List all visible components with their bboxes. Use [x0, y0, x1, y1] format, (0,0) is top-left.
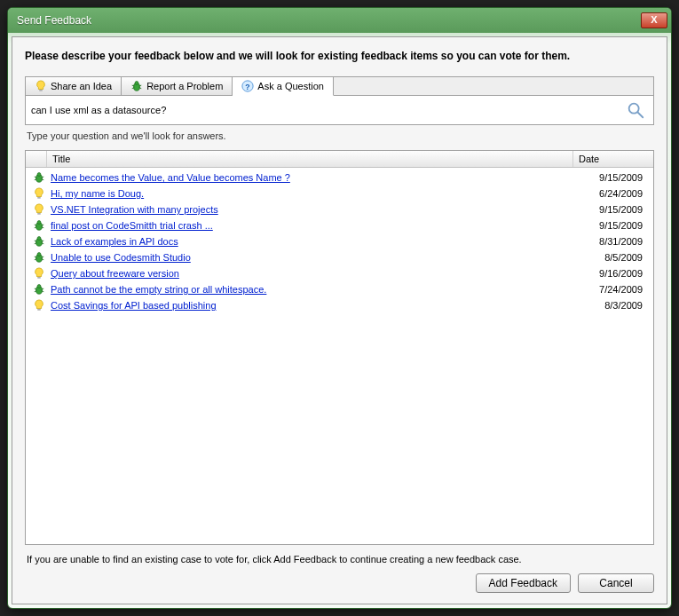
- client-area: Please describe your feedback below and …: [12, 36, 667, 604]
- bug-icon: [31, 251, 47, 264]
- result-title: Path cannot be the empty string or all w…: [47, 284, 573, 295]
- result-row[interactable]: Hi, my name is Doug.6/24/2009: [26, 186, 653, 201]
- svg-text:?: ?: [246, 83, 250, 91]
- titlebar[interactable]: Send Feedback X: [8, 8, 671, 33]
- svg-rect-18: [37, 213, 41, 215]
- result-row[interactable]: Name becomes the Value, and Value become…: [26, 170, 653, 186]
- result-link[interactable]: Path cannot be the empty string or all w…: [51, 284, 266, 295]
- result-link[interactable]: VS.NET Integration with many projects: [51, 204, 218, 215]
- bug-icon: [31, 219, 47, 232]
- search-button[interactable]: [623, 98, 648, 122]
- svg-point-12: [37, 173, 41, 177]
- result-row[interactable]: Cost Savings for API based publishing8/3…: [26, 297, 653, 313]
- result-date: 9/15/2009: [573, 220, 648, 231]
- result-date: 6/24/2009: [573, 188, 648, 199]
- tab-label: Report a Problem: [146, 81, 223, 91]
- result-date: 9/15/2009: [573, 204, 648, 215]
- result-rows[interactable]: Name becomes the Value, and Value become…: [26, 168, 653, 544]
- bug-icon: [31, 171, 47, 184]
- bulb-icon: [31, 187, 47, 200]
- result-row[interactable]: Lack of examples in API docs8/31/2009: [26, 233, 653, 249]
- result-date: 9/15/2009: [573, 172, 648, 183]
- bug-icon: [130, 80, 143, 92]
- result-link[interactable]: Unable to use Codesmith Studio: [51, 252, 191, 263]
- tab-share-an-idea[interactable]: Share an Idea: [26, 77, 122, 95]
- result-date: 7/24/2009: [573, 284, 648, 295]
- search-hint: Type your question and we'll look for an…: [27, 130, 652, 141]
- svg-rect-0: [39, 90, 43, 91]
- tab-row: Share an IdeaReport a Problem?Ask a Ques…: [26, 77, 653, 96]
- svg-rect-17: [37, 197, 41, 199]
- window: Send Feedback X Please describe your fee…: [7, 7, 672, 609]
- bulb-icon: [31, 203, 47, 216]
- bulb-icon: [31, 299, 47, 312]
- svg-point-26: [37, 237, 41, 241]
- add-feedback-button[interactable]: Add Feedback: [476, 573, 571, 593]
- result-title: Name becomes the Value, and Value become…: [47, 172, 573, 183]
- result-date: 8/5/2009: [573, 252, 648, 263]
- column-date[interactable]: Date: [573, 151, 653, 167]
- column-icon-spacer: [26, 151, 47, 167]
- bug-icon: [31, 283, 47, 296]
- search-icon: [626, 100, 645, 120]
- bug-icon: [31, 235, 47, 248]
- tab-label: Share an Idea: [51, 81, 112, 91]
- result-title: Unable to use Codesmith Studio: [47, 252, 573, 263]
- svg-point-32: [37, 253, 41, 257]
- headline: Please describe your feedback below and …: [25, 50, 654, 62]
- svg-point-9: [629, 104, 639, 114]
- result-date: 8/31/2009: [573, 236, 648, 247]
- tab-label: Ask a Question: [257, 81, 324, 91]
- result-row[interactable]: VS.NET Integration with many projects9/1…: [26, 201, 653, 217]
- result-link[interactable]: Cost Savings for API based publishing: [51, 300, 217, 311]
- result-title: VS.NET Integration with many projects: [47, 204, 573, 215]
- result-row[interactable]: Query about freeware version9/16/2009: [26, 265, 653, 281]
- svg-rect-44: [37, 309, 41, 311]
- result-title: Cost Savings for API based publishing: [47, 300, 573, 311]
- result-link[interactable]: Name becomes the Value, and Value become…: [51, 172, 290, 183]
- svg-point-2: [135, 82, 138, 85]
- close-icon: X: [651, 14, 657, 25]
- search-wrap: [26, 96, 653, 124]
- result-title: Lack of examples in API docs: [47, 236, 573, 247]
- result-date: 8/3/2009: [573, 300, 648, 311]
- result-link[interactable]: final post on CodeSmitth trial crash ...: [51, 220, 213, 231]
- column-headers[interactable]: Title Date: [26, 151, 653, 168]
- svg-point-20: [37, 221, 41, 225]
- result-link[interactable]: Lack of examples in API docs: [51, 236, 178, 247]
- result-row[interactable]: Path cannot be the empty string or all w…: [26, 281, 653, 297]
- result-title: Query about freeware version: [47, 268, 573, 279]
- svg-line-10: [638, 113, 643, 118]
- column-title[interactable]: Title: [47, 151, 573, 167]
- button-row: Add Feedback Cancel: [25, 565, 654, 595]
- results-list: Title Date Name becomes the Value, and V…: [25, 150, 654, 545]
- result-date: 9/16/2009: [573, 268, 648, 279]
- window-title: Send Feedback: [17, 14, 641, 27]
- result-row[interactable]: Unable to use Codesmith Studio8/5/2009: [26, 249, 653, 265]
- cancel-button[interactable]: Cancel: [578, 573, 654, 593]
- svg-rect-37: [37, 277, 41, 279]
- tab-ask-a-question[interactable]: ?Ask a Question: [233, 77, 334, 96]
- bulb-icon: [35, 80, 47, 92]
- bulb-icon: [31, 267, 47, 280]
- svg-point-39: [37, 285, 41, 288]
- search-input[interactable]: [29, 101, 623, 119]
- tab-report-a-problem[interactable]: Report a Problem: [122, 77, 233, 95]
- tab-box: Share an IdeaReport a Problem?Ask a Ques…: [25, 76, 654, 125]
- result-row[interactable]: final post on CodeSmitth trial crash ...…: [26, 217, 653, 233]
- result-link[interactable]: Hi, my name is Doug.: [51, 188, 144, 199]
- bottom-hint: If you are unable to find an existing ca…: [27, 554, 652, 565]
- result-title: final post on CodeSmitth trial crash ...: [47, 220, 573, 231]
- question-icon: ?: [241, 80, 254, 92]
- result-title: Hi, my name is Doug.: [47, 188, 573, 199]
- close-button[interactable]: X: [641, 12, 667, 28]
- result-link[interactable]: Query about freeware version: [51, 268, 179, 279]
